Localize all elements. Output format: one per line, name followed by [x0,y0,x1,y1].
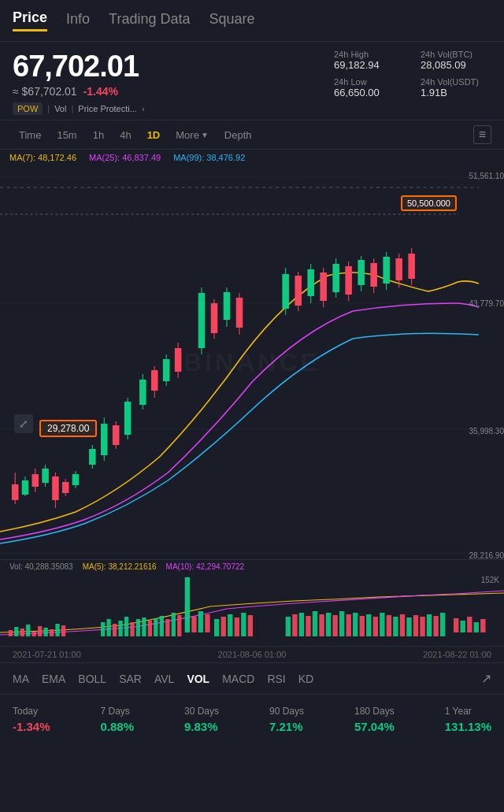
orange-top-value: 50,500.000 [407,198,450,208]
candlestick-chart [0,165,504,559]
svg-rect-102 [299,613,304,636]
svg-rect-79 [205,614,209,632]
svg-rect-66 [9,630,13,636]
svg-rect-77 [191,617,196,632]
ind-boll[interactable]: BOLL [78,673,106,685]
svg-rect-10 [32,474,39,487]
svg-rect-78 [198,611,203,632]
tb-more[interactable]: More ▼ [169,126,215,144]
svg-rect-117 [400,614,405,636]
svg-rect-70 [32,632,36,636]
ind-ma[interactable]: MA [13,673,29,685]
period-stat: 90 Days7.21% [269,706,304,733]
ind-avl[interactable]: AVL [154,673,174,685]
tb-depth[interactable]: Depth [218,126,258,144]
price-sub: ≈ $67,702.01 -1.44% [13,85,145,98]
ind-macd[interactable]: MACD [222,673,254,685]
svg-rect-73 [50,629,54,636]
period-value: 7.21% [269,720,304,733]
date-label-1: 2021-07-21 01:00 [13,650,81,659]
svg-rect-50 [320,273,327,301]
svg-rect-96 [228,614,232,636]
period-value: 57.04% [354,720,395,733]
svg-rect-85 [130,622,134,636]
ind-kd[interactable]: KD [298,673,313,685]
nav-trading-data[interactable]: Trading Data [109,11,190,31]
stat-low-label: 24h Low [334,77,405,87]
tb-time[interactable]: Time [13,126,47,144]
svg-rect-100 [286,617,291,636]
svg-rect-18 [72,474,80,485]
svg-rect-8 [22,480,29,495]
nav-price[interactable]: Price [13,9,47,32]
ind-rsi[interactable]: RSI [267,673,285,685]
svg-rect-72 [43,628,47,636]
svg-rect-108 [339,611,344,636]
ma25-indicator: MA(25): 46,837.49 [89,153,161,162]
svg-rect-34 [175,348,182,372]
stat-low: 24h Low 66,650.00 [334,77,405,98]
ma7-indicator: MA(7): 48,172.46 [9,153,76,162]
svg-rect-124 [454,618,458,632]
ind-vol[interactable]: VOL [187,673,209,685]
price-label-top: 51,561.10 [469,172,505,180]
svg-rect-90 [160,616,164,636]
period-label: 7 Days [100,706,134,717]
tb-1d[interactable]: 1D [141,126,167,144]
volume-chart: Vol: 40,288.35083 MA(5): 38,212.21616 MA… [0,559,504,646]
nav-info[interactable]: Info [66,11,90,31]
tb-15m[interactable]: 15m [50,126,83,144]
tag-protection[interactable]: Price Protecti... [78,104,137,113]
svg-rect-89 [154,618,158,636]
period-value: 131.13% [445,720,491,733]
svg-rect-84 [124,617,128,636]
ma-indicators-line: MA(7): 48,172.46 MA(25): 46,837.49 MA(99… [0,150,504,165]
expand-chart-button[interactable]: ⤢ [14,414,33,433]
nav-square[interactable]: Square [209,11,254,31]
svg-rect-40 [224,292,231,320]
svg-rect-88 [148,621,152,636]
svg-rect-48 [307,269,314,296]
svg-rect-112 [366,614,371,636]
period-label: 90 Days [269,706,304,717]
tb-1h[interactable]: 1h [87,126,110,144]
svg-rect-120 [420,617,424,636]
orange-bottom-value: 29,278.00 [47,423,89,434]
svg-rect-16 [62,482,69,493]
svg-rect-92 [172,613,176,636]
svg-rect-68 [20,628,24,636]
svg-rect-128 [480,619,485,632]
svg-rect-113 [373,617,378,636]
tag-vol[interactable]: Vol [54,104,66,113]
svg-rect-83 [118,621,122,636]
svg-rect-69 [26,625,30,636]
period-stat: Today-1.34% [13,706,50,733]
price-change: -1.44% [83,85,118,98]
chart-toolbar: Time 15m 1h 4h 1D More ▼ Depth ≡ [0,120,504,150]
chart-settings-button[interactable]: ≡ [473,125,491,144]
main-chart[interactable]: BINANCE 51,561.10 43,779.70 35,998.30 28… [0,165,504,559]
svg-rect-105 [319,614,324,636]
tag-pow[interactable]: POW [13,102,43,115]
ind-ema[interactable]: EMA [42,673,65,685]
tb-4h[interactable]: 4h [113,126,137,144]
stat-vol-usdt: 24h Vol(USDT) 1.91B [421,77,491,98]
stat-high-val: 69,182.94 [334,59,405,71]
ind-sar[interactable]: SAR [119,673,142,685]
svg-rect-56 [358,260,365,285]
svg-rect-86 [136,619,140,636]
svg-rect-95 [221,617,226,636]
vol-ma5-label: MA(5): 38,212.21616 [83,562,157,571]
price-main: 67,702.01 [13,50,145,83]
price-label-3: 35,998.30 [469,427,505,436]
svg-rect-44 [282,274,289,309]
stat-high: 24h High 69,182.94 [334,50,405,71]
svg-rect-110 [353,613,358,636]
svg-rect-125 [461,621,465,632]
svg-rect-99 [248,615,253,636]
svg-rect-75 [61,625,65,636]
svg-rect-6 [12,484,19,500]
svg-rect-28 [139,380,146,405]
price-left: 67,702.01 ≈ $67,702.01 -1.44% POW | Vol … [13,50,145,115]
indicator-expand-button[interactable]: ↗ [481,671,491,686]
